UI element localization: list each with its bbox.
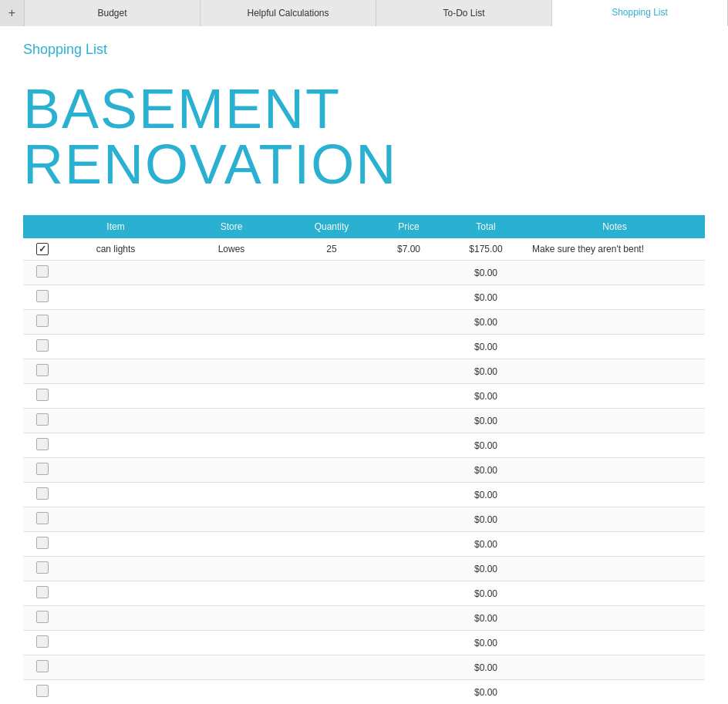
row-checkbox[interactable]	[36, 512, 49, 524]
quantity-cell[interactable]	[293, 384, 370, 409]
item-cell[interactable]	[62, 655, 170, 680]
store-cell[interactable]	[170, 507, 293, 532]
row-checkbox[interactable]	[36, 685, 49, 697]
row-checkbox[interactable]	[36, 290, 49, 302]
price-cell[interactable]	[370, 359, 447, 384]
checkbox-cell[interactable]	[23, 557, 62, 581]
price-cell[interactable]	[370, 532, 447, 557]
store-cell[interactable]	[170, 310, 293, 335]
store-cell[interactable]	[170, 409, 293, 433]
notes-cell[interactable]	[524, 557, 705, 581]
tab-helpful-calculations[interactable]: Helpful Calculations	[201, 0, 376, 26]
store-cell[interactable]	[170, 483, 293, 507]
add-tab-button[interactable]: +	[0, 0, 25, 26]
checkbox-cell[interactable]	[23, 238, 62, 261]
checkbox-cell[interactable]	[23, 310, 62, 335]
checkbox-cell[interactable]	[23, 409, 62, 433]
item-cell[interactable]	[62, 483, 170, 507]
item-cell[interactable]	[62, 359, 170, 384]
tab-todo[interactable]: To-Do List	[376, 0, 552, 26]
checkbox-cell[interactable]	[23, 507, 62, 532]
price-cell[interactable]	[370, 285, 447, 310]
notes-cell[interactable]	[524, 680, 705, 705]
checkbox-cell[interactable]	[23, 285, 62, 310]
item-cell[interactable]	[62, 285, 170, 310]
store-cell[interactable]	[170, 655, 293, 680]
item-cell[interactable]	[62, 409, 170, 433]
checkbox-cell[interactable]	[23, 458, 62, 483]
store-cell[interactable]	[170, 433, 293, 458]
item-cell[interactable]: can lights	[62, 238, 170, 261]
row-checkbox[interactable]	[36, 389, 49, 401]
row-checkbox[interactable]	[36, 487, 49, 500]
quantity-cell[interactable]	[293, 359, 370, 384]
price-cell[interactable]	[370, 310, 447, 335]
tab-shopping-list[interactable]: Shopping List	[552, 0, 728, 26]
quantity-cell[interactable]	[293, 606, 370, 631]
row-checkbox[interactable]	[36, 537, 49, 549]
quantity-cell[interactable]	[293, 581, 370, 606]
notes-cell[interactable]	[524, 310, 705, 335]
row-checkbox[interactable]	[36, 438, 49, 450]
item-cell[interactable]	[62, 557, 170, 581]
checkbox-cell[interactable]	[23, 359, 62, 384]
item-cell[interactable]	[62, 433, 170, 458]
price-cell[interactable]	[370, 507, 447, 532]
notes-cell[interactable]	[524, 285, 705, 310]
quantity-cell[interactable]	[293, 507, 370, 532]
price-cell[interactable]	[370, 606, 447, 631]
item-cell[interactable]	[62, 384, 170, 409]
notes-cell[interactable]	[524, 409, 705, 433]
quantity-cell[interactable]	[293, 483, 370, 507]
quantity-cell[interactable]	[293, 631, 370, 655]
item-cell[interactable]	[62, 458, 170, 483]
item-cell[interactable]	[62, 335, 170, 359]
item-cell[interactable]	[62, 680, 170, 705]
price-cell[interactable]	[370, 631, 447, 655]
checkbox-cell[interactable]	[23, 335, 62, 359]
checkbox-cell[interactable]	[23, 631, 62, 655]
row-checkbox[interactable]	[36, 243, 49, 255]
quantity-cell[interactable]	[293, 285, 370, 310]
item-cell[interactable]	[62, 631, 170, 655]
row-checkbox[interactable]	[36, 586, 49, 598]
price-cell[interactable]	[370, 557, 447, 581]
checkbox-cell[interactable]	[23, 433, 62, 458]
notes-cell[interactable]	[524, 631, 705, 655]
store-cell[interactable]	[170, 335, 293, 359]
store-cell[interactable]	[170, 631, 293, 655]
store-cell[interactable]	[170, 557, 293, 581]
notes-cell[interactable]	[524, 532, 705, 557]
quantity-cell[interactable]	[293, 655, 370, 680]
checkbox-cell[interactable]	[23, 606, 62, 631]
row-checkbox[interactable]	[36, 463, 49, 475]
quantity-cell[interactable]	[293, 532, 370, 557]
notes-cell[interactable]	[524, 359, 705, 384]
item-cell[interactable]	[62, 532, 170, 557]
notes-cell[interactable]	[524, 261, 705, 285]
checkbox-cell[interactable]	[23, 680, 62, 705]
quantity-cell[interactable]	[293, 335, 370, 359]
row-checkbox[interactable]	[36, 315, 49, 327]
quantity-cell[interactable]	[293, 557, 370, 581]
row-checkbox[interactable]	[36, 339, 49, 352]
store-cell[interactable]	[170, 532, 293, 557]
row-checkbox[interactable]	[36, 635, 49, 648]
notes-cell[interactable]	[524, 507, 705, 532]
notes-cell[interactable]	[524, 581, 705, 606]
store-cell[interactable]	[170, 581, 293, 606]
price-cell[interactable]	[370, 655, 447, 680]
notes-cell[interactable]	[524, 384, 705, 409]
store-cell[interactable]	[170, 606, 293, 631]
item-cell[interactable]	[62, 507, 170, 532]
notes-cell[interactable]	[524, 458, 705, 483]
price-cell[interactable]	[370, 409, 447, 433]
checkbox-cell[interactable]	[23, 655, 62, 680]
item-cell[interactable]	[62, 606, 170, 631]
notes-cell[interactable]	[524, 483, 705, 507]
notes-cell[interactable]	[524, 606, 705, 631]
price-cell[interactable]	[370, 581, 447, 606]
quantity-cell[interactable]	[293, 310, 370, 335]
checkbox-cell[interactable]	[23, 581, 62, 606]
checkbox-cell[interactable]	[23, 483, 62, 507]
